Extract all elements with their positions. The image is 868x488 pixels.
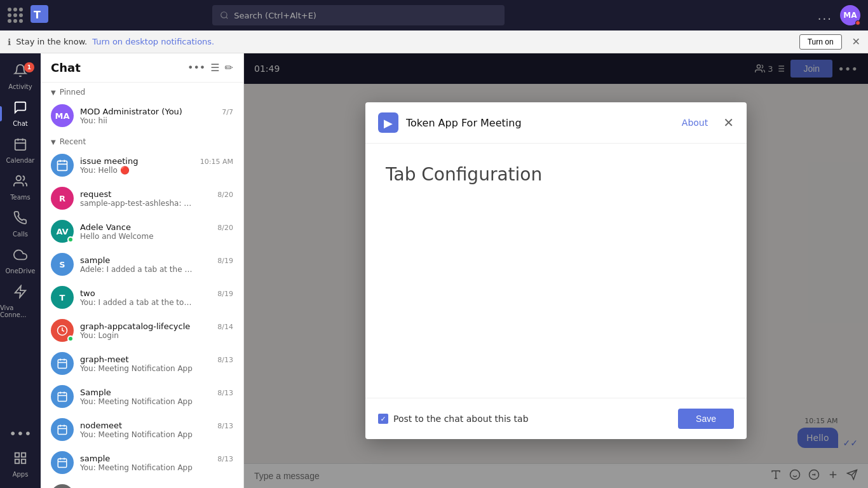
list-item[interactable]: AV Adele Vance 8/20 Hello and Welcome — [41, 215, 243, 248]
recent-section-label[interactable]: ▼ Recent — [41, 132, 243, 149]
sidebar-label-onedrive: OneDrive — [5, 268, 35, 274]
chat-item-name: Adele Vance — [80, 222, 131, 232]
search-icon — [220, 11, 229, 20]
modal-body: Tab Configuration — [365, 144, 747, 398]
chat-item-name: sample — [80, 454, 110, 463]
list-item[interactable]: R request 8/20 sample-app-test-ashlesha:… — [41, 182, 243, 215]
chat-item-time: 7/7 — [222, 108, 233, 116]
sidebar: 1 Activity Chat Calendar — [0, 53, 41, 488]
avatar[interactable]: MA — [840, 5, 860, 25]
list-item[interactable]: MA MOD Administrator (You) 7/7 You: hii — [41, 99, 243, 132]
sidebar-item-viva[interactable]: Viva Conne... — [0, 280, 41, 323]
avatar — [51, 451, 74, 474]
avatar — [51, 484, 74, 488]
list-item[interactable]: S sample 8/19 Adele: I added a tab at th… — [41, 248, 243, 281]
app-launcher-icon[interactable] — [8, 8, 23, 23]
chat-item-time: 8/20 — [217, 191, 233, 199]
post-label: Post to the chat about this tab — [393, 414, 529, 424]
list-item[interactable]: graph-meet 8/13 You: Meeting Notificatio… — [41, 347, 243, 380]
chat-header-icons: ••• ☰ ✏ — [187, 62, 233, 74]
svg-rect-11 — [22, 459, 25, 463]
search-placeholder: Search (Ctrl+Alt+E) — [234, 11, 316, 20]
list-item[interactable]: nodemeet 8/13 You: Meeting Notification … — [41, 413, 243, 446]
notif-link[interactable]: Turn on desktop notifications. — [92, 37, 214, 46]
svg-rect-22 — [58, 393, 67, 402]
avatar-initials: MA — [843, 11, 857, 20]
turn-on-button[interactable]: Turn on — [799, 34, 842, 50]
save-button[interactable]: Save — [678, 409, 734, 429]
sidebar-item-teams[interactable]: Teams — [0, 169, 41, 206]
chat-item-time: 8/20 — [217, 224, 233, 232]
sidebar-label-calendar: Calendar — [6, 157, 35, 164]
chat-item-preview: You: I added a tab at the top of this Ch… — [80, 298, 194, 307]
search-bar[interactable]: Search (Ctrl+Alt+E) — [212, 5, 505, 25]
sidebar-item-apps[interactable]: Apps — [0, 446, 41, 483]
list-item[interactable]: bot-join-team-using-qr-code 8/13 — [41, 479, 243, 488]
chat-item-info: request 8/20 sample-app-test-ashlesha: S… — [80, 189, 233, 208]
chat-item-time: 10:15 AM — [200, 158, 233, 166]
sidebar-item-activity[interactable]: 1 Activity — [0, 58, 41, 95]
chat-item-name: sample — [80, 255, 110, 265]
avatar: R — [51, 187, 74, 210]
sidebar-item-calendar[interactable]: Calendar — [0, 132, 41, 169]
chat-panel-title: Chat — [51, 61, 182, 74]
svg-rect-30 — [58, 459, 67, 468]
chat-item-info: two 8/19 You: I added a tab at the top o… — [80, 288, 233, 307]
activity-badge: 1 — [24, 62, 34, 72]
modal-about-link[interactable]: About — [682, 118, 708, 128]
svg-marker-8 — [15, 286, 26, 297]
post-checkbox[interactable]: ✓ — [378, 414, 388, 424]
more-options-icon[interactable]: ... — [818, 9, 832, 22]
pinned-section-label[interactable]: ▼ Pinned — [41, 83, 243, 99]
chat-compose-icon[interactable]: ✏ — [225, 62, 233, 74]
pinned-arrow-icon: ▼ — [51, 89, 56, 96]
sidebar-item-calls[interactable]: Calls — [0, 206, 41, 243]
calls-icon — [13, 211, 27, 228]
sidebar-item-onedrive[interactable]: OneDrive — [0, 243, 41, 280]
avatar — [51, 352, 74, 375]
top-bar: T Search (Ctrl+Alt+E) ... MA — [0, 0, 868, 30]
more-icon: ••• — [9, 426, 31, 441]
pinned-label: Pinned — [60, 88, 86, 97]
sidebar-item-chat[interactable]: Chat — [0, 95, 41, 132]
list-item[interactable]: Sample 8/13 You: Meeting Notification Ap… — [41, 380, 243, 413]
svg-rect-9 — [15, 453, 19, 457]
chat-filter-icon[interactable]: ☰ — [210, 62, 219, 74]
svg-text:T: T — [34, 9, 41, 21]
main-area: 1 Activity Chat Calendar — [0, 53, 868, 488]
chat-item-preview: You: hii — [80, 116, 194, 125]
recent-arrow-icon: ▼ — [51, 139, 56, 146]
chat-item-info: Sample 8/13 You: Meeting Notification Ap… — [80, 388, 233, 406]
chat-item-name: request — [80, 189, 111, 199]
teams-icon — [13, 174, 27, 191]
modal-app-name: Token App For Meeting — [406, 117, 674, 129]
chat-icon — [13, 100, 27, 118]
chat-item-info: Adele Vance 8/20 Hello and Welcome — [80, 222, 233, 241]
chat-item-info: graph-appcatalog-lifecycle 8/14 You: Log… — [80, 322, 233, 340]
chat-item-preview: You: Meeting Notification App — [80, 397, 194, 406]
online-indicator — [67, 236, 74, 243]
info-icon: ℹ — [8, 37, 11, 47]
chat-item-name: graph-meet — [80, 355, 129, 364]
close-notification-icon[interactable]: ✕ — [852, 36, 860, 48]
sidebar-item-more[interactable]: ••• — [0, 421, 41, 446]
chat-item-preview: You: Meeting Notification App — [80, 364, 194, 373]
avatar — [51, 418, 74, 441]
list-item[interactable]: sample 8/13 You: Meeting Notification Ap… — [41, 446, 243, 479]
svg-rect-26 — [58, 426, 67, 435]
list-item[interactable]: T two 8/19 You: I added a tab at the top… — [41, 281, 243, 314]
sidebar-label-teams: Teams — [10, 194, 31, 201]
chat-item-name: nodemeet — [80, 421, 122, 430]
chat-more-icon[interactable]: ••• — [187, 62, 205, 74]
top-right-area: ... MA — [818, 5, 860, 25]
chat-item-preview: sample-app-test-ashlesha: Sent a card — [80, 199, 194, 208]
svg-point-7 — [17, 176, 21, 180]
svg-rect-10 — [22, 453, 25, 457]
chat-item-time: 8/13 — [217, 422, 233, 430]
list-item[interactable]: issue meeting 10:15 AM You: Hello 🔴 — [41, 149, 243, 182]
modal-overlay: ▶ Token App For Meeting About ✕ Tab Conf… — [244, 53, 868, 488]
svg-rect-12 — [15, 459, 19, 463]
list-item[interactable]: graph-appcatalog-lifecycle 8/14 You: Log… — [41, 314, 243, 347]
modal-close-button[interactable]: ✕ — [723, 115, 734, 130]
content-area: 01:49 3 Join ••• 10:15 AM Hello — [244, 53, 868, 488]
